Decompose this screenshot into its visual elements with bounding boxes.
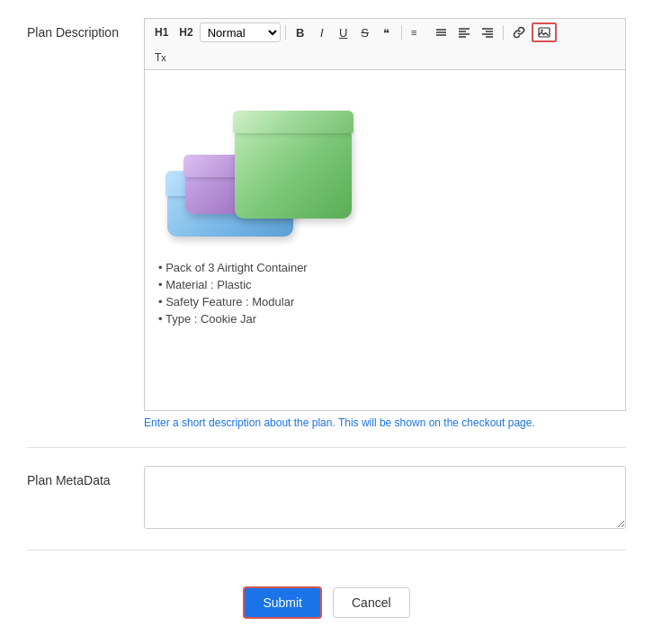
bullet-item-2: Material : Plastic bbox=[158, 276, 612, 293]
svg-point-13 bbox=[541, 30, 542, 31]
editor-toolbar-row1: H1 H2 Normal Heading 1 Heading 2 B I U S… bbox=[144, 18, 626, 46]
editor-bullet-list: Pack of 3 Airtight Container Material : … bbox=[158, 259, 612, 327]
metadata-input[interactable] bbox=[144, 466, 626, 529]
hint-text-link: This will be shown on the checkout page. bbox=[338, 416, 535, 429]
align-right-button[interactable] bbox=[477, 22, 498, 42]
editor-toolbar-row2: Tx bbox=[144, 46, 626, 69]
toolbar-divider-2 bbox=[401, 25, 402, 40]
bullet-item-4: Type : Cookie Jar bbox=[158, 310, 612, 327]
editor-image-area bbox=[158, 84, 612, 246]
cancel-button[interactable]: Cancel bbox=[333, 587, 410, 618]
h1-button[interactable]: H1 bbox=[150, 22, 173, 42]
submit-button[interactable]: Submit bbox=[243, 586, 322, 619]
plan-metadata-field bbox=[144, 466, 626, 532]
green-lid bbox=[233, 111, 353, 133]
link-button[interactable] bbox=[508, 22, 530, 42]
ordered-list-button[interactable]: ≡ bbox=[407, 22, 428, 42]
hint-text: Enter a short description about the plan… bbox=[144, 416, 626, 429]
toolbar-divider-1 bbox=[285, 25, 286, 40]
plan-description-row: Plan Description H1 H2 Normal Heading 1 … bbox=[27, 18, 626, 448]
clear-format-button[interactable]: Tx bbox=[150, 48, 171, 67]
strikethrough-button[interactable]: S bbox=[355, 22, 375, 42]
image-button[interactable] bbox=[532, 22, 557, 42]
unordered-list-button[interactable] bbox=[430, 22, 452, 42]
hint-text-prefix: Enter a short description about the plan… bbox=[144, 416, 335, 429]
underline-button[interactable]: U bbox=[334, 22, 353, 42]
bullet-item-1: Pack of 3 Airtight Container bbox=[158, 259, 612, 276]
italic-button[interactable]: I bbox=[312, 22, 332, 42]
font-style-select[interactable]: Normal Heading 1 Heading 2 bbox=[200, 22, 281, 42]
button-row: Submit Cancel bbox=[27, 568, 626, 637]
bullet-item-3: Safety Feature : Modular bbox=[158, 293, 612, 310]
toolbar-divider-3 bbox=[503, 25, 504, 40]
plan-metadata-row: Plan MetaData bbox=[27, 466, 626, 550]
green-box bbox=[235, 129, 352, 219]
form-container: Plan Description H1 H2 Normal Heading 1 … bbox=[0, 0, 653, 644]
plan-description-label: Plan Description bbox=[27, 18, 144, 40]
plan-metadata-label: Plan MetaData bbox=[27, 466, 144, 487]
plan-description-field: H1 H2 Normal Heading 1 Heading 2 B I U S… bbox=[144, 18, 626, 429]
editor-content[interactable]: Pack of 3 Airtight Container Material : … bbox=[144, 69, 626, 411]
svg-text:≡: ≡ bbox=[411, 27, 416, 38]
tupperware-image bbox=[158, 84, 356, 246]
align-left-button[interactable] bbox=[453, 22, 475, 42]
quote-button[interactable]: ❝ bbox=[377, 22, 397, 42]
bold-button[interactable]: B bbox=[291, 22, 310, 42]
h2-button[interactable]: H2 bbox=[174, 22, 197, 42]
